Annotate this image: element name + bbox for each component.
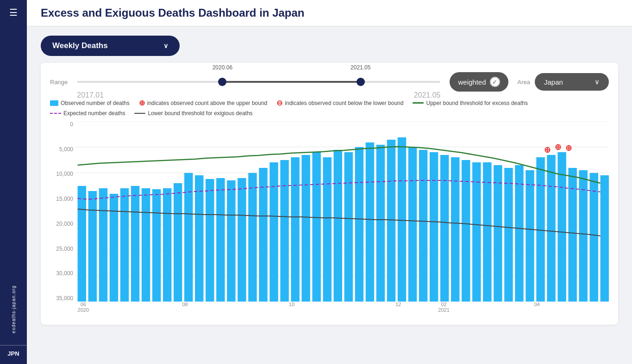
legend-observed: Observed number of deaths [50, 99, 130, 107]
slider-end-date: 2021.05 [350, 64, 370, 71]
x-tick-04: 04 [534, 302, 540, 307]
x-tick-02: 02 [438, 302, 449, 307]
weekly-deaths-dropdown[interactable]: Weekly Deaths ∨ [41, 36, 180, 56]
legend-dark-line-icon [134, 113, 145, 114]
slider-start-date: 2020.06 [213, 64, 232, 71]
svg-rect-36 [376, 145, 385, 302]
svg-rect-9 [88, 191, 97, 302]
slider-thumb-left[interactable] [218, 78, 226, 86]
topbar: Excess and Exiguous Deaths Dashboard in … [27, 0, 632, 26]
legend-dashed-line-icon [50, 113, 61, 114]
svg-rect-56 [590, 173, 598, 302]
svg-rect-40 [419, 150, 427, 302]
svg-rect-42 [440, 155, 449, 302]
y-label-0: 0 [50, 121, 75, 128]
x-tick-06: 06 [78, 302, 89, 307]
legend-bar-icon [50, 100, 58, 106]
legend-observed-label: Observed number of deaths [61, 100, 130, 106]
svg-rect-30 [312, 152, 320, 302]
x-tick-2021: 2021 [438, 307, 449, 313]
legend-plus-icon: ⊕ [139, 99, 145, 107]
legend-plus: ⊕ indicates observed count above the upp… [139, 99, 268, 107]
legend-minus-icon: ⊖ [276, 99, 282, 107]
y-label-15000: 15,000 [50, 196, 75, 202]
page-title: Excess and Exiguous Deaths Dashboard in … [41, 6, 618, 19]
legend-minus: ⊖ indicates observed count below the low… [276, 99, 403, 107]
y-axis: 35,000 30,000 25,000 20,000 15,000 10,00… [50, 121, 75, 302]
svg-rect-31 [323, 157, 332, 302]
legend-green-line-icon [413, 102, 424, 104]
bar-chart-bars [78, 137, 609, 302]
chart-plot: ⊕ ⊕ ⊕ [75, 121, 609, 302]
main-content: Excess and Exiguous Deaths Dashboard in … [27, 0, 632, 364]
chart-card: Range 2020.06 2021.05 2017.01 2021.05 [41, 63, 618, 325]
svg-rect-38 [398, 137, 406, 302]
svg-rect-20 [206, 179, 214, 302]
y-label-20000: 20,000 [50, 221, 75, 227]
svg-text:⊕: ⊕ [555, 142, 561, 152]
chart-legend: Observed number of deaths ⊕ indicates ob… [50, 99, 609, 117]
svg-rect-27 [280, 160, 288, 302]
svg-rect-28 [291, 157, 299, 302]
svg-rect-32 [334, 150, 342, 302]
slider-max-date: 2021.05 [414, 91, 441, 99]
svg-rect-10 [99, 188, 107, 302]
weighted-label: weighted [458, 78, 486, 86]
svg-rect-29 [301, 155, 310, 302]
svg-rect-17 [174, 183, 182, 302]
svg-rect-25 [259, 168, 267, 302]
legend-expected-label: Expected number deaths [63, 110, 125, 117]
svg-rect-26 [269, 162, 278, 302]
svg-rect-37 [387, 140, 395, 302]
x-tick-2020: 2020 [78, 307, 89, 313]
range-slider[interactable]: 2020.06 2021.05 2017.01 2021.05 [77, 73, 440, 91]
svg-rect-15 [152, 189, 161, 302]
svg-rect-12 [120, 188, 129, 302]
legend-minus-label: indicates observed count below the lower… [285, 100, 403, 106]
area-value: Japan [544, 78, 563, 86]
slider-thumb-right[interactable] [357, 78, 365, 86]
y-label-5000: 5,000 [50, 146, 75, 153]
x-tick-12: 12 [395, 302, 401, 307]
weighted-check-icon: ✓ [490, 77, 500, 87]
svg-rect-24 [248, 173, 257, 302]
legend-upper: Upper bound threshold for excess deaths [413, 99, 527, 107]
sidebar-site-label: exdeaths-japan.org [11, 285, 16, 333]
weighted-toggle[interactable]: weighted ✓ [450, 72, 508, 92]
svg-rect-33 [344, 152, 353, 302]
area-section: Area Japan ∨ [518, 73, 609, 91]
legend-plus-label: indicates observed count above the upper… [147, 100, 268, 106]
svg-rect-8 [78, 186, 86, 302]
x-tick-10: 10 [289, 302, 294, 307]
svg-rect-46 [483, 162, 491, 302]
chart-area: 35,000 30,000 25,000 20,000 15,000 10,00… [50, 121, 609, 315]
legend-expected: Expected number deaths [50, 110, 125, 117]
svg-rect-41 [430, 152, 438, 302]
svg-text:⊕: ⊕ [544, 145, 550, 154]
svg-rect-16 [163, 188, 171, 302]
x-tick-08: 08 [182, 302, 188, 307]
y-label-10000: 10,000 [50, 171, 75, 177]
legend-upper-label: Upper bound threshold for excess deaths [426, 100, 527, 106]
chevron-down-icon: ∨ [163, 42, 168, 49]
svg-rect-54 [568, 168, 576, 302]
y-label-30000: 30,000 [50, 270, 75, 277]
legend-lower-label: Lower bound threshold for exigious death… [148, 110, 252, 117]
y-label-35000: 35,000 [50, 295, 75, 302]
slider-min-date: 2017.01 [77, 91, 104, 99]
svg-rect-13 [131, 186, 139, 302]
svg-rect-45 [472, 162, 481, 302]
svg-rect-39 [408, 147, 417, 302]
svg-rect-11 [110, 194, 118, 302]
y-label-25000: 25,000 [50, 246, 75, 252]
legend-lower: Lower bound threshold for exigious death… [134, 110, 252, 117]
svg-rect-57 [601, 175, 609, 302]
area-dropdown[interactable]: Japan ∨ [535, 73, 609, 91]
svg-rect-48 [504, 168, 513, 302]
menu-icon[interactable]: ☰ [9, 7, 18, 18]
svg-rect-52 [547, 155, 555, 302]
svg-rect-14 [142, 188, 150, 302]
x-axis: 06 2020 08 10 12 02 2021 [75, 302, 609, 315]
dropdown-label: Weekly Deaths [52, 41, 108, 50]
svg-rect-47 [494, 165, 502, 302]
